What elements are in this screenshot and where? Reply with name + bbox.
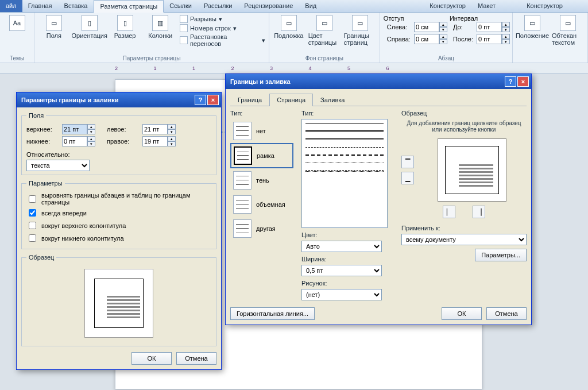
close-button[interactable]: × [207,95,219,105]
ribbon: Aa Темы ▭Поля ▯Ориентация ▯Размер ▥Колон… [0,13,588,63]
options-button[interactable]: Параметры... [475,249,527,261]
spacing-label: Интервал [450,15,509,22]
tab-view[interactable]: Вид [299,0,323,12]
line-numbers-button[interactable]: Номера строк ▾ [180,24,265,32]
hyphenation-button[interactable]: Расстановка переносов ▾ [180,33,265,47]
columns-button[interactable]: ▥Колонки [144,15,176,39]
around-header-checkbox[interactable] [29,222,36,229]
spacing-before-spin[interactable]: ▴▾ [477,22,509,32]
border-right-toggle[interactable]: ▕ [473,206,485,218]
dialog-title-bar[interactable]: Параметры границы и заливки ? × [17,92,221,107]
tab-references[interactable]: Ссылки [164,0,198,12]
always-front-checkbox[interactable] [29,209,36,217]
help-button[interactable]: ? [195,95,206,105]
type-none[interactable]: нет [230,119,293,143]
group-paragraph: Абзац [384,54,509,61]
dialog-title: Параметры границы и заливки [21,96,119,103]
line-style-list[interactable] [301,119,388,228]
ribbon-tabs-row: айл Главная Вставка Разметка страницы Сс… [0,0,588,13]
type-custom[interactable]: другая [230,217,293,241]
margin-left-spin[interactable]: ▴▾ [142,124,176,134]
around-footer-checkbox[interactable] [29,234,36,242]
wrap-button[interactable]: ▭Обтекан текстом [552,15,584,46]
context-header-tools: Работа с колонтитулами Конструктор [502,0,588,12]
apply-to-select[interactable]: всему документу [401,234,527,245]
breaks-button[interactable]: Разрывы ▾ [180,15,265,23]
tab-shading[interactable]: Заливка [313,94,352,106]
wrap-icon: ▭ [560,15,576,31]
margin-top-spin[interactable]: ▴▾ [62,124,95,134]
orientation-icon: ▯ [82,15,98,31]
tab-page-layout[interactable]: Разметка страницы [94,0,164,13]
width-select[interactable]: 0,5 пт [301,265,382,276]
margin-right-spin[interactable]: ▴▾ [142,136,176,146]
columns-icon: ▥ [152,15,168,31]
preview-hint: Для добавления границ щелкните образец и… [405,120,523,133]
themes-button[interactable]: Aa [3,15,30,31]
dialog2-title-bar[interactable]: Границы и заливка ? × [226,74,531,89]
hline-button[interactable]: Горизонтальная линия... [230,307,315,320]
preview-page[interactable] [438,138,506,202]
tab-mailings[interactable]: Рассылки [198,0,238,12]
ok-button-2[interactable]: ОК [442,307,482,320]
params-fieldset: Параметры выровнять границы абзацев и та… [21,180,216,249]
help-button-2[interactable]: ? [505,76,516,87]
margins-button[interactable]: ▭Поля [38,15,70,39]
relative-to-select[interactable]: текста [26,160,90,171]
tab-table-layout[interactable]: Макет [472,0,502,12]
tab-insert[interactable]: Вставка [59,0,94,12]
preview-pane [84,269,153,338]
border-options-dialog: Параметры границы и заливки ? × Поля вер… [16,92,222,370]
type-box[interactable]: рамка [230,143,293,168]
group-themes: Темы [3,54,30,61]
color-select[interactable]: Авто [301,241,382,252]
indent-left-spin[interactable]: ▴▾ [414,22,446,32]
tab-header-design[interactable]: Конструктор [521,0,569,12]
border-left-toggle[interactable]: ▏ [443,206,455,218]
indent-label: Отступ [384,15,446,22]
art-select[interactable]: (нет) [301,289,382,300]
tab-table-design[interactable]: Конструктор [424,0,472,12]
margin-bottom-spin[interactable]: ▴▾ [62,136,95,146]
indent-right-spin[interactable]: ▴▾ [414,34,446,44]
ok-button[interactable]: ОК [131,352,172,365]
type-3d[interactable]: объемная [230,192,293,217]
page-borders-icon: ▭ [352,15,368,31]
watermark-icon: ▭ [281,15,297,31]
group-page-bg: Фон страницы [273,54,376,61]
size-button[interactable]: ▯Размер [109,15,141,39]
themes-icon: Aa [9,15,25,31]
border-top-toggle[interactable]: ▔ [401,156,414,168]
type-shadow[interactable]: тень [230,168,293,192]
file-tab[interactable]: айл [0,0,22,12]
page-color-icon: ▭ [316,15,332,31]
close-button-2[interactable]: × [517,76,529,87]
borders-shading-dialog: Границы и заливка ? × Граница Страница З… [225,74,532,325]
margins-fieldset: Поля верхнее: ▴▾ левое: ▴▾ нижнее: ▴▾ пр… [21,112,216,175]
cancel-button[interactable]: Отмена [176,352,216,365]
border-bottom-toggle[interactable]: ▁ [401,172,414,184]
page-color-button[interactable]: ▭Цвет страницы [308,15,341,46]
spacing-after-spin[interactable]: ▴▾ [477,34,509,44]
watermark-button[interactable]: ▭Подложка [273,15,305,39]
position-button[interactable]: ▭Положение [516,15,548,39]
tab-page[interactable]: Страница [269,94,313,106]
context-table-tools: Работа с таблицами Конструктор Макет [424,0,502,12]
size-icon: ▯ [117,15,133,31]
tab-home[interactable]: Главная [22,0,59,12]
tab-border[interactable]: Граница [230,94,269,106]
margins-icon: ▭ [46,15,62,31]
tab-review[interactable]: Рецензирование [238,0,299,12]
page-borders-button[interactable]: ▭Границы страниц [344,15,376,46]
preview-fieldset: Образец [21,254,216,346]
cancel-button-2[interactable]: Отмена [486,307,527,320]
orientation-button[interactable]: ▯Ориентация [74,15,106,39]
align-borders-checkbox[interactable] [29,195,36,203]
position-icon: ▭ [524,15,540,31]
dialog2-title: Границы и заливка [230,78,291,85]
horizontal-ruler[interactable]: 2 1 1 2 3 4 5 6 [0,63,588,74]
group-page-setup: Параметры страницы [38,54,265,61]
